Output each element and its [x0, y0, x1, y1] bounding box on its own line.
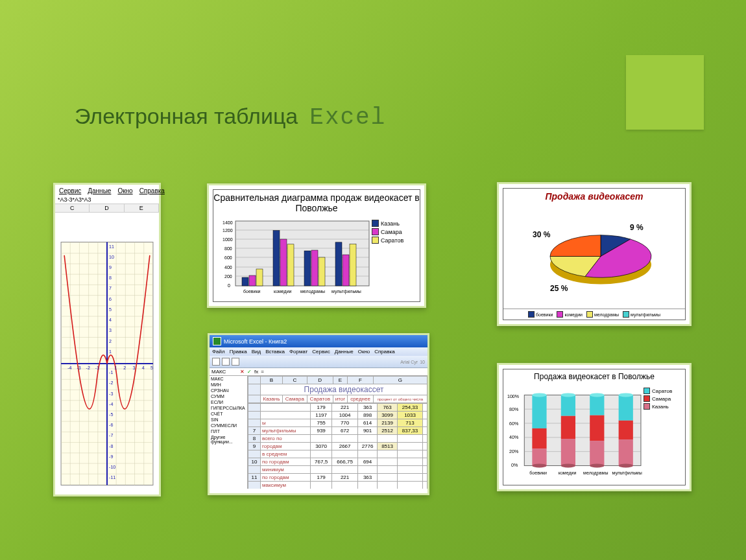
svg-point-125 — [619, 393, 633, 397]
svg-text:0%: 0% — [511, 463, 518, 467]
menu-item[interactable]: Окно — [117, 187, 132, 194]
title-part2: Excel — [309, 104, 386, 131]
svg-rect-107 — [532, 395, 546, 428]
toolbar-icon[interactable] — [222, 358, 230, 366]
menu-item[interactable]: Справка — [374, 349, 394, 355]
pie-area: 9 % 30 % 25 % — [503, 204, 685, 309]
menu-item[interactable]: Данные — [335, 349, 354, 355]
legend-label: комедии — [564, 312, 583, 317]
svg-text:5: 5 — [109, 307, 112, 312]
table-title: Продажа видеокассет — [261, 384, 427, 395]
menu-item[interactable]: Окно — [358, 349, 370, 355]
svg-text:1200: 1200 — [223, 228, 233, 233]
svg-rect-118 — [590, 415, 604, 441]
svg-text:-2: -2 — [109, 380, 113, 386]
cell-name[interactable]: МАКС — [211, 369, 237, 375]
menu-item[interactable]: Вид — [252, 349, 261, 355]
func-item[interactable]: МАКС — [210, 376, 247, 382]
spreadsheet-grid[interactable]: BCDEFG Продажа видеокассет КазаньСамараС… — [248, 376, 427, 489]
svg-rect-81 — [256, 269, 263, 286]
menu-item[interactable]: Данные — [88, 187, 111, 194]
col-header[interactable]: E — [125, 204, 159, 212]
legend-label: мультфильмы — [631, 312, 660, 317]
window-title: Microsoft Excel - Книга2 — [224, 338, 287, 345]
line-plot: 1110987654321 -1-2-3-4-5-6-7-8-9-10-11 -… — [58, 237, 156, 490]
svg-point-110 — [532, 393, 546, 397]
svg-text:комедии: комедии — [559, 471, 577, 476]
svg-rect-80 — [249, 275, 256, 286]
func-item[interactable]: СРЗНАЧ — [210, 388, 247, 393]
legend-label: Казань — [652, 404, 669, 410]
svg-text:1000: 1000 — [223, 237, 233, 242]
svg-text:-9: -9 — [109, 454, 113, 460]
svg-text:5: 5 — [150, 366, 153, 371]
menu-item[interactable]: Сервис — [59, 187, 81, 194]
svg-text:-3: -3 — [77, 366, 80, 371]
legend-label: Саратов — [381, 237, 403, 244]
func-item[interactable]: ЕСЛИ — [210, 399, 247, 405]
func-item[interactable]: СУММ — [210, 393, 247, 399]
toolbar-icon[interactable] — [232, 358, 239, 366]
svg-text:60%: 60% — [509, 421, 519, 426]
svg-text:80%: 80% — [509, 407, 519, 412]
svg-text:20%: 20% — [509, 449, 519, 454]
svg-text:мелодрамы: мелодрамы — [300, 289, 325, 294]
svg-rect-114 — [561, 439, 575, 465]
svg-text:0: 0 — [228, 283, 230, 288]
svg-rect-123 — [619, 421, 633, 439]
stacked-title: Продажа видеокасет в Поволжье — [503, 369, 685, 384]
svg-text:-10: -10 — [109, 465, 115, 470]
menu-item[interactable]: Вставка — [265, 349, 285, 355]
formula-bar[interactable]: *A3-3*A3*A3 — [55, 196, 159, 204]
svg-point-115 — [561, 393, 575, 397]
svg-text:боевики: боевики — [529, 471, 547, 475]
svg-text:400: 400 — [224, 265, 232, 270]
chart-legend: Казань Самара Саратов — [372, 218, 417, 299]
func-item[interactable]: ПЛТ — [210, 428, 247, 434]
menu-item[interactable]: Файл — [212, 349, 225, 355]
svg-text:-4: -4 — [67, 366, 71, 371]
svg-text:2: 2 — [123, 366, 126, 371]
svg-rect-122 — [619, 395, 633, 420]
toolbar-icon[interactable] — [212, 358, 220, 366]
svg-text:-5: -5 — [109, 412, 113, 417]
svg-rect-90 — [350, 244, 356, 286]
svg-point-111 — [532, 463, 546, 467]
panel-stacked-bar: Продажа видеокасет в Поволжье 0%20%40%60… — [497, 363, 692, 491]
menu-item[interactable]: Справка — [139, 187, 165, 194]
stacked-chart-area: 0%20%40%60%80%100% боевикикомедиимелодра… — [506, 386, 644, 482]
func-item[interactable]: СЧЁТ — [210, 411, 247, 417]
func-item[interactable]: SIN — [210, 417, 247, 423]
func-item[interactable]: СУММЕСЛИ — [210, 423, 247, 428]
svg-text:11: 11 — [109, 244, 114, 250]
svg-text:3: 3 — [109, 328, 112, 333]
function-list: МАКС МИН СРЗНАЧ СУММ ЕСЛИ ГИПЕРССЫЛКА СЧ… — [210, 376, 248, 489]
svg-text:200: 200 — [224, 274, 232, 279]
menu-item[interactable]: Сервис — [312, 349, 330, 355]
accent-square — [626, 55, 704, 130]
svg-text:-7: -7 — [109, 433, 113, 438]
stacked-legend: Саратов Самара Казань — [644, 386, 682, 482]
func-item[interactable]: МИН — [210, 382, 247, 388]
svg-rect-87 — [319, 257, 325, 286]
excel-icon — [213, 337, 221, 345]
svg-rect-117 — [590, 395, 604, 415]
svg-text:2: 2 — [109, 339, 112, 344]
func-item[interactable]: Другие функции... — [210, 434, 247, 445]
menu-item[interactable]: Формат — [289, 349, 307, 355]
func-item[interactable]: ГИПЕРССЫЛКА — [210, 405, 247, 411]
svg-rect-79 — [242, 277, 248, 286]
menu-item[interactable]: Правка — [230, 349, 247, 355]
legend-label: Саратов — [652, 388, 672, 394]
svg-text:-4: -4 — [109, 402, 113, 407]
fx-icon[interactable]: fx — [254, 369, 258, 375]
cancel-icon[interactable]: ✕ — [240, 369, 245, 375]
col-header[interactable]: C — [55, 204, 90, 212]
col-header[interactable]: D — [90, 204, 124, 212]
svg-text:10: 10 — [109, 255, 114, 260]
svg-rect-82 — [273, 231, 280, 286]
confirm-icon[interactable]: ✓ — [247, 369, 252, 375]
svg-point-116 — [561, 463, 575, 467]
svg-text:800: 800 — [224, 246, 232, 251]
legend-label: Казань — [381, 220, 400, 227]
